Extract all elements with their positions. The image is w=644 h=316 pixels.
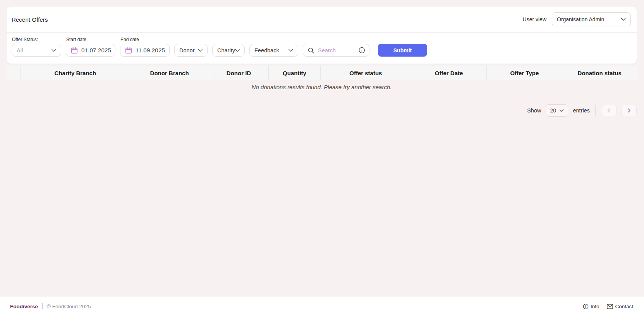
start-date-group: Start date 01.07.2025 [66, 37, 115, 57]
column-header-donor-branch: Donor Branch [130, 66, 209, 80]
donor-select[interactable]: Donor [174, 44, 208, 57]
offer-status-value: All [17, 47, 23, 54]
submit-button[interactable]: Submit [378, 44, 427, 57]
offers-table: Charity Branch Donor Branch Donor ID Qua… [7, 66, 637, 80]
entries-label: entries [573, 107, 590, 114]
recent-offers-card: Recent Offers User view Organisation Adm… [7, 7, 637, 64]
show-label: Show [527, 107, 541, 114]
offer-status-group: Offer Status: All [12, 37, 61, 57]
feedback-group: Feedback [249, 44, 298, 57]
end-date-value: 11.09.2025 [136, 47, 165, 54]
column-header-offer-date: Offer Date [411, 66, 487, 80]
chevron-left-icon [607, 108, 611, 113]
search-input[interactable] [317, 47, 355, 54]
column-header-offer-type: Offer Type [487, 66, 562, 80]
footer-left: Foodiverse © FoodCloud 2025 [10, 303, 91, 309]
info-link[interactable]: Info [583, 304, 599, 309]
filter-bar: Offer Status: All Start date 01.07.2025 [7, 33, 637, 64]
column-header-charity-branch: Charity Branch [21, 66, 130, 80]
pagination-divider [595, 105, 596, 116]
info-label: Info [591, 304, 599, 309]
column-header-offer-status: Offer status [320, 66, 411, 80]
chevron-down-icon [52, 49, 56, 52]
donor-group: Donor [174, 44, 208, 57]
feedback-select[interactable]: Feedback [249, 44, 298, 57]
chevron-right-icon [627, 108, 631, 113]
column-header-empty [7, 66, 21, 80]
search-group [303, 44, 369, 57]
page-size-value: 20 [550, 107, 556, 114]
start-date-input[interactable]: 01.07.2025 [66, 44, 115, 57]
chevron-down-icon [621, 18, 626, 21]
search-icon [308, 47, 314, 54]
next-page-button[interactable] [621, 105, 637, 116]
chevron-down-icon [560, 109, 564, 112]
footer-right: Info Contact [583, 304, 633, 309]
end-date-input[interactable]: 11.09.2025 [120, 44, 170, 57]
start-date-label: Start date [66, 37, 115, 42]
footer-divider [42, 303, 43, 309]
chevron-down-icon [198, 49, 203, 52]
page-size-select[interactable]: 20 [546, 104, 568, 117]
charity-select[interactable]: Charity [212, 44, 245, 57]
end-date-label: End date [120, 37, 170, 42]
previous-page-button[interactable] [601, 105, 617, 116]
footer: Foodiverse © FoodCloud 2025 Info Contact [0, 297, 644, 316]
user-view-select[interactable]: Organisation Admin [552, 12, 631, 26]
table-header-row: Charity Branch Donor Branch Donor ID Qua… [7, 66, 637, 80]
offer-status-label: Offer Status: [12, 37, 61, 42]
envelope-icon [607, 304, 613, 309]
feedback-value: Feedback [254, 47, 279, 54]
user-view-value: Organisation Admin [557, 16, 604, 22]
page-title: Recent Offers [12, 16, 48, 23]
donor-value: Donor [179, 47, 195, 54]
charity-value: Charity [217, 47, 235, 54]
calendar-icon [125, 47, 132, 54]
column-header-quantity: Quantity [269, 66, 320, 80]
column-header-donation-status: Donation status [562, 66, 637, 80]
calendar-icon [71, 47, 78, 54]
start-date-value: 01.07.2025 [81, 47, 111, 54]
user-view-group: User view Organisation Admin [523, 12, 631, 26]
user-view-label: User view [523, 16, 546, 22]
info-icon [583, 304, 589, 309]
info-icon[interactable] [359, 47, 365, 54]
copyright-text: © FoodCloud 2025 [47, 304, 91, 309]
offer-status-select[interactable]: All [12, 44, 61, 57]
chevron-down-icon [235, 49, 240, 52]
pagination-bar: Show 20 entries [7, 104, 637, 117]
card-header: Recent Offers User view Organisation Adm… [7, 7, 637, 33]
end-date-group: End date 11.09.2025 [120, 37, 170, 57]
column-header-donor-id: Donor ID [209, 66, 269, 80]
brand-link[interactable]: Foodiverse [10, 304, 38, 309]
empty-results-message: No donations results found. Please try a… [7, 84, 637, 90]
charity-group: Charity [212, 44, 245, 57]
main-content: Recent Offers User view Organisation Adm… [0, 0, 644, 297]
search-box [303, 44, 369, 57]
chevron-down-icon [289, 49, 293, 52]
contact-link[interactable]: Contact [607, 304, 633, 309]
contact-label: Contact [615, 304, 633, 309]
